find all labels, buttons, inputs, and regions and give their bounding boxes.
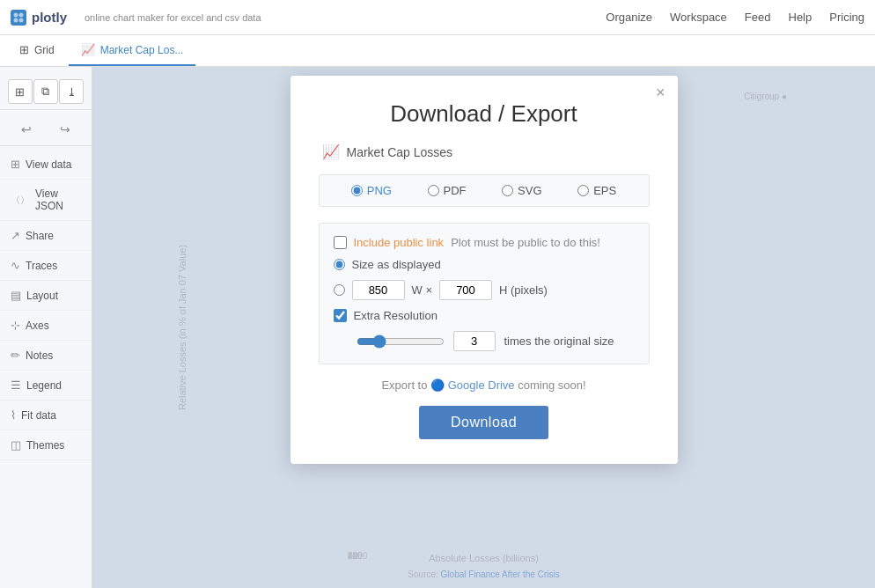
size-custom-row: W × H (pixels)	[334, 280, 635, 300]
nav-organize[interactable]: Organize	[606, 11, 652, 24]
format-pdf[interactable]: PDF	[428, 184, 467, 197]
chart-area: 100 95 90 85 80 75 70 65 60 55 50 45 Cit…	[92, 67, 875, 588]
main-layout: ⊞ ⧉ ⤓ ↩ ↪ ⊞ View data 〈〉 View JSON ↗ Sha…	[0, 67, 875, 588]
modal-chart-name: Market Cap Losses	[347, 145, 453, 159]
resolution-slider[interactable]	[357, 334, 445, 349]
sidebar-label-legend: Legend	[26, 379, 62, 392]
options-area: Include public link Plot must be public …	[319, 223, 650, 364]
traces-icon: ∿	[11, 259, 20, 272]
format-svg[interactable]: SVG	[502, 184, 541, 197]
extra-resolution-label: Extra Resolution	[354, 309, 438, 322]
sidebar-label-view-data: View data	[26, 158, 71, 171]
gdrive-suffix: coming soon!	[518, 379, 585, 392]
export-button[interactable]: ⤓	[59, 79, 84, 104]
tabbar: ⊞ Grid 📈 Market Cap Los...	[0, 35, 875, 67]
sidebar: ⊞ ⧉ ⤓ ↩ ↪ ⊞ View data 〈〉 View JSON ↗ Sha…	[0, 67, 92, 588]
sidebar-label-view-json: View JSON	[35, 187, 81, 212]
size-as-displayed-row: Size as displayed	[334, 258, 635, 271]
gdrive-text: Export to	[381, 379, 427, 392]
sidebar-actions: ↩ ↪	[0, 114, 92, 146]
logo[interactable]: plotly	[11, 10, 67, 26]
nav-pricing[interactable]: Pricing	[829, 11, 864, 24]
tagline: online chart maker for excel and csv dat…	[85, 12, 261, 23]
layout-icon: ▤	[11, 289, 21, 302]
chart-icon: 📈	[81, 43, 95, 56]
view-data-icon: ⊞	[11, 158, 20, 171]
themes-icon: ◫	[11, 438, 21, 452]
nav-feed[interactable]: Feed	[745, 11, 771, 24]
size-custom-radio[interactable]	[334, 284, 345, 296]
nav-workspace[interactable]: Workspace	[670, 11, 727, 24]
chart-line-icon: 📈	[322, 143, 340, 160]
format-png-label: PNG	[367, 184, 392, 197]
size-as-displayed-radio[interactable]	[334, 259, 345, 270]
extra-resolution-checkbox[interactable]	[334, 309, 347, 322]
sidebar-item-traces[interactable]: ∿ Traces	[0, 251, 92, 281]
tab-grid-label: Grid	[34, 44, 55, 56]
undo-button[interactable]: ↩	[14, 117, 39, 142]
format-svg-radio[interactable]	[502, 185, 513, 196]
notes-icon: ✏	[11, 349, 20, 362]
format-eps[interactable]: EPS	[577, 184, 616, 197]
legend-icon: ☰	[11, 379, 21, 392]
height-input[interactable]	[439, 280, 492, 300]
sidebar-item-notes[interactable]: ✏ Notes	[0, 341, 92, 371]
format-pdf-label: PDF	[444, 184, 467, 197]
new-button[interactable]: ⊞	[8, 79, 33, 104]
sidebar-label-fit-data: Fit data	[21, 409, 56, 422]
gdrive-link[interactable]: Google Drive	[448, 379, 515, 392]
sidebar-label-axes: Axes	[26, 320, 49, 332]
sidebar-item-view-json[interactable]: 〈〉 View JSON	[0, 180, 92, 221]
tab-grid[interactable]: ⊞ Grid	[7, 35, 67, 66]
grid-icon: ⊞	[19, 43, 29, 56]
nav-help[interactable]: Help	[789, 11, 812, 24]
format-png[interactable]: PNG	[351, 184, 392, 197]
tab-chart[interactable]: 📈 Market Cap Los...	[69, 35, 196, 66]
fit-data-icon: ⌇	[11, 408, 16, 422]
height-label: H (pixels)	[499, 283, 548, 297]
sidebar-item-themes[interactable]: ◫ Themes	[0, 430, 92, 460]
sidebar-label-layout: Layout	[26, 290, 58, 302]
logo-text: plotly	[32, 10, 67, 25]
topbar: plotly online chart maker for excel and …	[0, 0, 875, 35]
sidebar-item-share[interactable]: ↗ Share	[0, 221, 92, 251]
modal-close-button[interactable]: ×	[656, 85, 665, 100]
sidebar-label-share: Share	[26, 230, 54, 242]
include-public-link-warn: Plot must be public to do this!	[451, 236, 600, 249]
tab-chart-label: Market Cap Los...	[100, 44, 184, 56]
format-eps-radio[interactable]	[577, 185, 589, 196]
svg-point-3	[19, 18, 24, 22]
sidebar-item-layout[interactable]: ▤ Layout	[0, 281, 92, 311]
sidebar-item-fit-data[interactable]: ⌇ Fit data	[0, 401, 92, 430]
format-eps-label: EPS	[593, 184, 616, 197]
download-export-modal: × Download / Export 📈 Market Cap Losses …	[290, 76, 678, 464]
topbar-nav: Organize Workspace Feed Help Pricing	[606, 11, 864, 24]
extra-resolution-row: Extra Resolution	[334, 309, 635, 322]
view-json-icon: 〈〉	[11, 194, 30, 207]
modal-chart-label: 📈 Market Cap Losses	[319, 143, 650, 160]
svg-point-0	[14, 12, 18, 17]
sidebar-item-view-data[interactable]: ⊞ View data	[0, 150, 92, 180]
redo-button[interactable]: ↪	[53, 117, 77, 142]
copy-button[interactable]: ⧉	[33, 79, 58, 104]
sidebar-item-axes[interactable]: ⊹ Axes	[0, 311, 92, 341]
width-label: W ×	[412, 283, 432, 297]
modal-backdrop: × Download / Export 📈 Market Cap Losses …	[92, 67, 875, 588]
include-public-link-label: Include public link	[354, 236, 445, 249]
sidebar-item-legend[interactable]: ☰ Legend	[0, 371, 92, 401]
svg-point-2	[14, 18, 18, 22]
sidebar-label-notes: Notes	[26, 349, 53, 362]
format-pdf-radio[interactable]	[428, 185, 439, 196]
gdrive-row: Export to 🔵 Google Drive coming soon!	[319, 379, 650, 392]
format-png-radio[interactable]	[351, 185, 363, 196]
include-public-link-row: Include public link Plot must be public …	[334, 236, 635, 249]
svg-point-1	[19, 12, 24, 17]
resolution-value-input[interactable]	[453, 331, 496, 351]
download-button[interactable]: Download	[419, 406, 548, 439]
resolution-slider-row: times the original size	[334, 331, 635, 351]
sidebar-toolbar: ⊞ ⧉ ⤓	[0, 74, 92, 110]
width-input[interactable]	[352, 280, 405, 300]
sidebar-label-themes: Themes	[26, 439, 64, 452]
include-public-link-checkbox[interactable]	[334, 236, 347, 249]
times-label: times the original size	[504, 334, 614, 348]
